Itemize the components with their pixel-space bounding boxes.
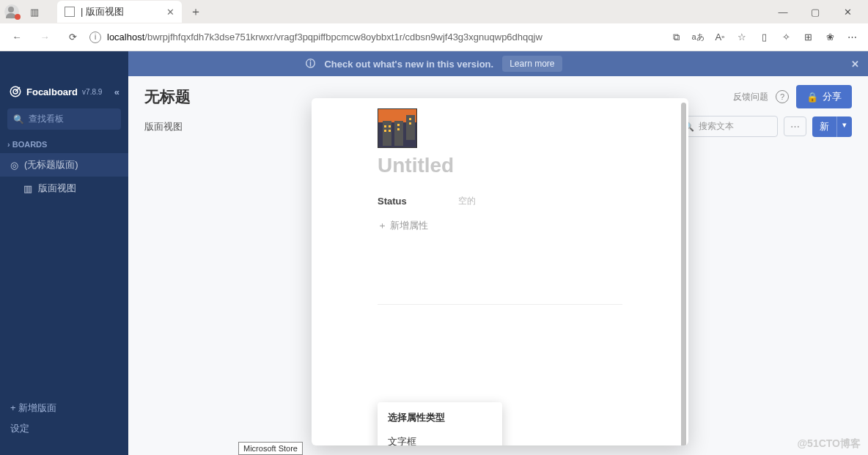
- whats-new-banner: ⓘ Check out what's new in this version. …: [0, 51, 868, 76]
- info-circle-icon: ⓘ: [306, 57, 315, 70]
- tab-strip: | 版面视图 ✕ ＋: [57, 1, 207, 23]
- close-tab-icon[interactable]: ✕: [166, 7, 174, 18]
- learn-more-button[interactable]: Learn more: [502, 56, 562, 72]
- menu-item-text[interactable]: 文字框: [378, 430, 502, 445]
- refresh-icon[interactable]: ⟳: [62, 26, 84, 48]
- board-view-icon: ▥: [23, 183, 32, 194]
- app-root: ⓘ Check out what's new in this version. …: [0, 51, 868, 455]
- boards-section-label[interactable]: BOARDS: [0, 136, 128, 153]
- url-host: localhost: [107, 32, 144, 42]
- back-icon[interactable]: ←: [6, 26, 28, 48]
- card-scrollbar[interactable]: [681, 103, 686, 445]
- favorites-bar-icon[interactable]: ✧: [776, 27, 796, 48]
- watermark: @51CTO博客: [797, 437, 861, 451]
- sidebar-bottom: + 新增版面 设定: [0, 392, 128, 455]
- collections-icon[interactable]: ▯: [754, 27, 774, 48]
- add-property-label: 新增属性: [390, 219, 428, 232]
- new-card-dropdown-icon[interactable]: ▾: [836, 116, 852, 137]
- board-circle-icon: ◎: [10, 160, 18, 171]
- sidebar: Focalboard v7.8.9 « 🔍 查找看板 BOARDS ◎ (无标题…: [0, 51, 128, 455]
- divider: [378, 304, 622, 305]
- menu-header: 选择属性类型: [378, 405, 502, 430]
- lock-icon: 🔒: [806, 92, 818, 103]
- plus-icon: ＋: [378, 219, 387, 232]
- search-text-input[interactable]: 🔍 搜索文本: [675, 116, 778, 137]
- url-path: /bwrpjfhfqxfdh7k3dse751krwxr/vragf3pqpif…: [144, 32, 542, 42]
- sidebar-view-name: 版面视图: [38, 182, 76, 195]
- settings-button[interactable]: 设定: [10, 418, 118, 439]
- add-property-button[interactable]: ＋ 新增属性: [378, 212, 622, 240]
- text-size-icon[interactable]: A»: [710, 27, 730, 48]
- titlebar-left: ▥ | 版面视图 ✕ ＋: [4, 1, 207, 23]
- feedback-link[interactable]: 反馈问题: [733, 91, 768, 103]
- help-icon[interactable]: ?: [776, 90, 789, 103]
- new-tab-button[interactable]: ＋: [185, 1, 207, 23]
- card-content: Untitled Status 空的 ＋ 新增属性 选择属性类型 文字框 数字 …: [312, 98, 688, 240]
- search-text-placeholder: 搜索文本: [699, 120, 734, 133]
- addr-right-icons: ⧉ aあ A» ☆ ▯ ✧ ⊞ ❀ ⋯: [666, 27, 862, 48]
- sidebar-view-item[interactable]: ▥ 版面视图: [0, 177, 128, 200]
- forward-icon: →: [34, 26, 56, 48]
- focalboard-logo-icon: [9, 85, 22, 98]
- brand: Focalboard v7.8.9 «: [0, 81, 128, 103]
- more-icon[interactable]: ⋯: [842, 27, 862, 48]
- share-button[interactable]: 🔒 分享: [796, 85, 852, 108]
- tab-actions-icon[interactable]: ▥: [23, 1, 45, 23]
- view-more-button[interactable]: ⋯: [784, 116, 806, 136]
- close-window-icon[interactable]: ✕: [831, 1, 864, 23]
- property-type-menu: 选择属性类型 文字框 数字 Email 电话号码 URL 选取 多选 日期 个人…: [378, 402, 502, 445]
- search-boards-input[interactable]: 🔍 查找看板: [7, 108, 121, 130]
- favorite-icon[interactable]: ☆: [732, 27, 752, 48]
- sidebar-board-item[interactable]: ◎ (无标题版面): [0, 153, 128, 177]
- card-modal: Untitled Status 空的 ＋ 新增属性 选择属性类型 文字框 数字 …: [312, 98, 688, 445]
- info-icon[interactable]: i: [89, 32, 101, 43]
- new-card-button[interactable]: 新: [812, 116, 836, 137]
- property-name[interactable]: Status: [378, 196, 458, 207]
- sidebar-board-name: (无标题版面): [24, 158, 78, 171]
- main-area: 无标题 反馈问题 ? 🔒 分享 版面视图 🔍 搜索文本 ⋯ 新: [128, 51, 868, 455]
- app-name: Focalboard: [26, 86, 78, 97]
- share-label: 分享: [823, 90, 842, 103]
- browser-tab[interactable]: | 版面视图 ✕: [57, 1, 182, 23]
- app-version: v7.8.9: [82, 88, 102, 96]
- property-row-status: Status 空的: [378, 190, 622, 212]
- minimize-icon[interactable]: —: [767, 1, 799, 23]
- read-aloud-icon[interactable]: aあ: [688, 27, 708, 48]
- app-icon[interactable]: ❀: [820, 27, 840, 48]
- banner-text: Check out what's new in this version.: [324, 59, 493, 70]
- card-emoji-icon[interactable]: [378, 108, 417, 148]
- url-field[interactable]: i localhost/bwrpjfhfqxfdh7k3dse751krwxr/…: [89, 32, 660, 43]
- taskbar-tooltip: Microsoft Store: [238, 442, 303, 455]
- tab-favicon: [65, 7, 75, 17]
- add-board-button[interactable]: + 新增版面: [10, 398, 118, 418]
- window-titlebar: ▥ | 版面视图 ✕ ＋ — ▢ ✕: [0, 0, 868, 23]
- address-bar: ← → ⟳ i localhost/bwrpjfhfqxfdh7k3dse751…: [0, 23, 868, 51]
- maximize-icon[interactable]: ▢: [799, 1, 831, 23]
- banner-close-icon[interactable]: ✕: [851, 59, 859, 70]
- search-icon: 🔍: [13, 114, 24, 125]
- property-value[interactable]: 空的: [458, 195, 476, 207]
- view-name[interactable]: 版面视图: [144, 120, 183, 133]
- card-title-input[interactable]: Untitled: [378, 154, 622, 177]
- board-title[interactable]: 无标题: [144, 86, 191, 107]
- tab-title: | 版面视图: [81, 5, 124, 18]
- profile-icon[interactable]: [4, 4, 19, 19]
- collapse-sidebar-icon[interactable]: «: [114, 86, 119, 97]
- screenshot-icon[interactable]: ⧉: [666, 27, 686, 48]
- search-boards-placeholder: 查找看板: [29, 113, 64, 125]
- extensions-icon[interactable]: ⊞: [798, 27, 818, 48]
